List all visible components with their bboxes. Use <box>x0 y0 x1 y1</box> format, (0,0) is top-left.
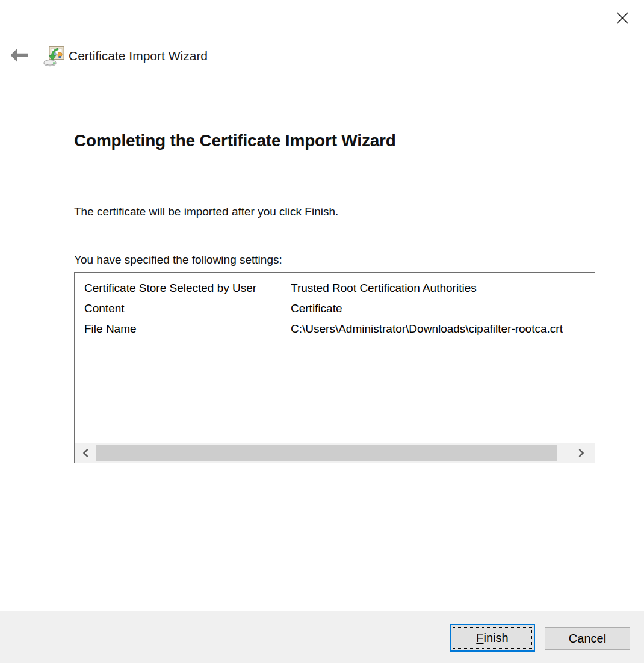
settings-row-file-name[interactable]: File Name C:\Users\Administrator\Downloa… <box>75 319 595 339</box>
chevron-left-icon <box>82 448 89 458</box>
back-button[interactable] <box>8 46 31 64</box>
window-title: Certificate Import Wizard <box>69 49 208 63</box>
certificate-import-icon <box>43 46 65 67</box>
button-bar: Finish Cancel <box>0 611 644 663</box>
close-icon <box>615 11 630 25</box>
setting-value: C:\Users\Administrator\Downloads\cipafil… <box>291 322 595 336</box>
page-title: Completing the Certificate Import Wizard <box>74 131 396 150</box>
chevron-right-icon <box>578 448 584 458</box>
settings-row-content[interactable]: Content Certificate <box>75 298 595 319</box>
intro-text: The certificate will be imported after y… <box>74 205 338 218</box>
setting-value: Certificate <box>291 302 595 315</box>
setting-label: Certificate Store Selected by User <box>84 282 291 295</box>
settings-caption: You have specified the following setting… <box>74 253 282 267</box>
settings-rows: Certificate Store Selected by User Trust… <box>75 273 595 339</box>
settings-listbox[interactable]: Certificate Store Selected by User Trust… <box>74 272 595 463</box>
scroll-left-button[interactable] <box>75 443 96 463</box>
scrollbar-thumb[interactable] <box>96 445 557 461</box>
finish-button-label: Finish <box>451 631 534 645</box>
close-button[interactable] <box>610 6 634 30</box>
horizontal-scrollbar[interactable] <box>75 443 595 463</box>
settings-row-certificate-store[interactable]: Certificate Store Selected by User Trust… <box>75 278 595 298</box>
setting-label: Content <box>84 302 291 315</box>
cancel-button[interactable]: Cancel <box>545 627 630 650</box>
setting-label: File Name <box>84 322 291 336</box>
finish-button[interactable]: Finish <box>450 624 535 652</box>
certificate-import-wizard-dialog: Certificate Import Wizard Completing the… <box>0 0 644 663</box>
setting-value: Trusted Root Certification Authorities <box>291 282 595 295</box>
scroll-right-button[interactable] <box>567 443 595 463</box>
cancel-button-label: Cancel <box>545 632 630 646</box>
back-arrow-icon <box>9 47 29 64</box>
